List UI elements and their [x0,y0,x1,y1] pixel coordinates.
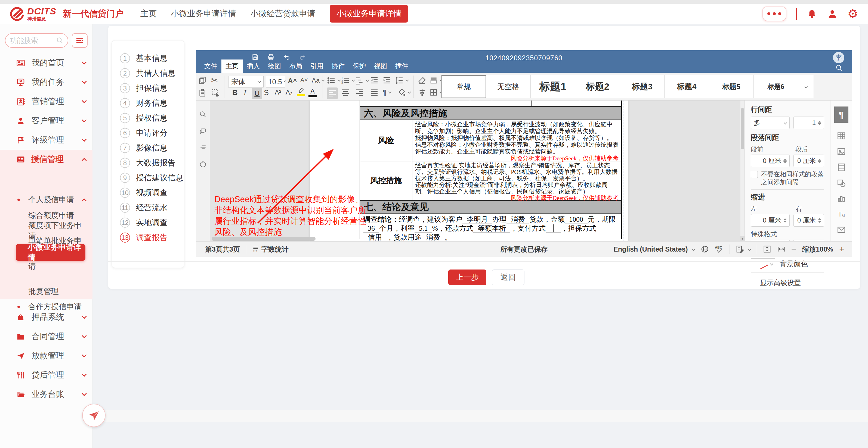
style-normal[interactable]: 常规 [441,75,486,98]
more-tabs-button[interactable] [763,6,786,21]
blank-pay-method[interactable] [546,224,561,233]
sidebar-item-my-home[interactable]: 我的首页 [0,53,92,73]
header-footer-tab[interactable] [834,160,848,174]
copy-button[interactable] [198,76,207,85]
line-spacing-button[interactable] [395,76,408,85]
zoom-out-button[interactable]: − [791,244,797,254]
zoom-in-button[interactable]: + [839,244,844,254]
align-center-button[interactable] [341,88,350,97]
step-business-flow[interactable]: 11经营流水 [112,200,185,215]
comments-icon[interactable] [199,128,207,135]
strikethrough-button[interactable]: S [264,89,269,97]
menu-layout[interactable]: 布局 [285,60,306,73]
tab-micro-detail-1[interactable]: 小微业务申请详情 [171,8,236,19]
paragraph-settings-tab[interactable]: ¶ [834,106,848,123]
sidebar-item-collateral[interactable]: 押品系统 [0,308,92,327]
floating-assistant-button[interactable] [82,404,105,427]
menu-references[interactable]: 引用 [306,60,328,73]
horizontal-scrollbar-thumb[interactable] [212,237,315,241]
chart-settings-tab[interactable] [834,191,848,205]
sidebar-item-personal-credit[interactable]: 个人授信申请 [0,192,92,208]
step-apply-score[interactable]: 6申请评分 [112,126,185,140]
style-no-spacing[interactable]: 无空格 [486,75,531,98]
collapse-menu-button[interactable] [72,33,88,48]
language-select[interactable]: English (United States) [613,245,695,253]
document-canvas[interactable]: 六、风险及风控措施 风险 经营风险：小微企业市场竞争力弱，易受行业波动（如政策变… [210,101,744,241]
track-changes-button[interactable] [736,245,751,253]
headings-outline-icon[interactable] [199,144,207,151]
italic-button[interactable]: I [244,89,246,97]
step-basic-info[interactable]: 1基本信息 [112,51,185,66]
justify-button[interactable] [370,88,379,97]
tab-micro-loan-apply[interactable]: 小微经营贷款申请 [250,8,315,19]
menu-file[interactable]: 文件 [200,60,221,73]
eraser-button[interactable] [418,76,427,85]
editor-search-icon[interactable] [836,64,843,71]
tab-micro-detail-active[interactable]: 小微业务申请详情 [330,5,408,23]
style-heading6[interactable]: 标题6 [754,75,798,98]
decrease-font-button[interactable]: A˅ [300,77,308,84]
step-finance[interactable]: 4财务信息 [112,96,185,111]
cut-button[interactable]: ✂ [211,75,218,85]
menu-home[interactable]: 主页 [221,60,243,73]
line-spacing-select[interactable]: 多 [751,116,790,129]
step-credit-advice[interactable]: 9授信建议信息 [112,170,185,185]
sidebar-item-contracts[interactable]: 合同管理 [0,327,92,346]
settings-gear-icon[interactable]: ⚙ [847,8,858,20]
style-heading2[interactable]: 标题2 [575,75,620,98]
font-size-select[interactable]: 10.5 [266,76,285,88]
shading-color-button[interactable] [429,76,442,85]
fit-page-button[interactable] [763,245,771,253]
info-icon[interactable] [199,161,207,168]
shape-settings-tab[interactable] [834,176,848,190]
step-video-survey[interactable]: 10视频调查 [112,185,185,200]
blank-loan-type[interactable]: 消费 [506,215,529,224]
highlight-color-button[interactable] [297,88,305,96]
tab-home[interactable]: 主页 [141,8,157,19]
same-style-spacing-option[interactable]: 不要在相同样式的段落之间添加间隔 [751,170,824,186]
previous-step-button[interactable]: 上一步 [448,270,486,285]
sidebar-item-approval-mgmt[interactable]: 批复管理 [0,284,92,299]
increase-font-button[interactable]: A˄ [288,77,297,85]
align-left-button[interactable] [327,88,338,99]
style-heading1[interactable]: 标题1 [531,75,575,98]
step-guarantee[interactable]: 3担保信息 [112,81,185,96]
sidebar-item-rating[interactable]: 评级管理 [0,130,92,150]
menu-collaboration[interactable]: 协作 [328,60,349,73]
fit-width-button[interactable] [777,245,785,253]
style-heading3[interactable]: 标题3 [620,75,664,98]
font-name-select[interactable]: 宋体 [228,76,264,88]
align-right-button[interactable] [355,88,364,97]
mail-merge-tab[interactable] [834,223,848,237]
menu-protection[interactable]: 保护 [349,60,370,73]
sidebar-item-post-loan[interactable]: 贷后管理 [0,366,92,385]
style-heading4[interactable]: 标题4 [664,75,709,98]
word-count-button[interactable]: 123 字数统计 [252,245,289,254]
sidebar-item-customers[interactable]: 客户管理 [0,111,92,130]
paragraph-mark-button[interactable]: ¶ [382,88,391,97]
vertical-scrollbar[interactable]: ▾ [740,101,744,241]
sidebar-item-disbursement[interactable]: 放款管理 [0,346,92,366]
subscript-button[interactable]: A₂ [286,89,292,96]
back-button[interactable]: 返回 [492,270,524,285]
spellcheck-icon[interactable]: ABC [715,245,723,253]
line-spacing-stepper[interactable]: 1 [794,116,824,129]
sidebar-item-ledger[interactable]: 业务台账 [0,385,92,404]
shading-fill-button[interactable] [397,88,410,97]
text-art-tab[interactable]: Ta [834,207,848,221]
table-settings-tab[interactable] [834,129,848,143]
sidebar-item-credit-mgmt[interactable]: 授信管理 [0,150,92,169]
user-profile-icon[interactable] [827,8,838,19]
decrease-indent-button[interactable] [370,76,379,85]
spacing-after-stepper[interactable]: 0 厘米 [794,154,824,167]
image-settings-tab[interactable] [834,144,848,159]
step-imaging[interactable]: 7影像信息 [112,140,185,156]
font-color-button[interactable]: A [308,88,317,97]
notification-bell-icon[interactable] [807,9,817,19]
paste-button[interactable] [198,89,207,97]
step-survey-report[interactable]: 13调查报告 [112,230,185,245]
background-color-swatch[interactable] [751,259,768,269]
select-button[interactable] [211,89,220,97]
styles-more-button[interactable] [798,75,814,98]
style-heading5[interactable]: 标题5 [709,75,754,98]
